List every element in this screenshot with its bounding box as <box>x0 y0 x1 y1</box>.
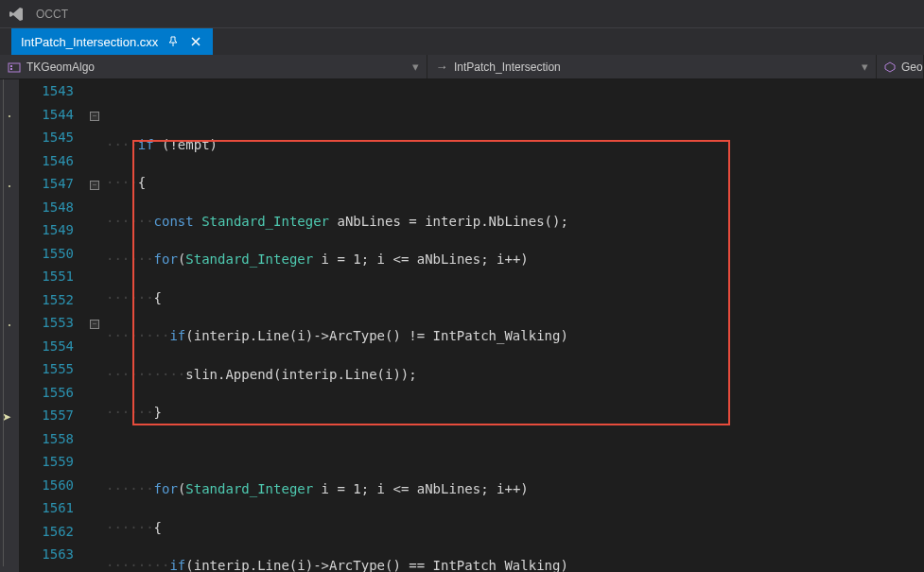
code-line: ······const Standard_Integer aNbLines = … <box>104 210 924 234</box>
nav-bar: TKGeomAlgo ▾ → IntPatch_Intersection ▾ G… <box>0 55 924 79</box>
fold-column: − − − <box>85 79 104 572</box>
line-numbers: 1543 1544 1545 1546 1547 1548 1549 1550 … <box>19 79 85 572</box>
line-number: 1545 <box>19 126 74 149</box>
line-number: 1557 <box>19 404 74 427</box>
window-title: OCCT <box>36 8 68 21</box>
code-content[interactable]: ····if (!empt) ····{ ······const Standar… <box>104 79 924 572</box>
line-number: 1562 <box>19 520 74 544</box>
line-number: 1559 <box>19 450 74 474</box>
fold-guide <box>3 79 4 566</box>
chevron-down-icon: ▾ <box>862 60 868 74</box>
code-line: ····{ <box>104 171 924 195</box>
line-number: 1561 <box>19 496 74 520</box>
line-number: 1563 <box>19 543 74 566</box>
nav-project-label: TKGeomAlgo <box>26 61 407 74</box>
nav-scope-dropdown[interactable]: → IntPatch_Intersection ▾ <box>427 55 877 78</box>
svg-rect-1 <box>10 65 12 67</box>
code-line: ······for(Standard_Integer i = 1; i <= a… <box>104 248 924 271</box>
line-number: 1551 <box>19 265 74 288</box>
svg-rect-2 <box>10 68 12 70</box>
line-number: 1558 <box>19 427 74 451</box>
fold-toggle[interactable]: − <box>90 181 99 190</box>
title-bar: OCCT <box>0 0 924 28</box>
code-line: ··········slin.Append(interip.Line(i)); <box>104 363 924 387</box>
nav-member-label: Geo <box>901 61 923 74</box>
code-line: ······for(Standard_Integer i = 1; i <= a… <box>104 477 924 501</box>
tab-strip: IntPatch_Intersection.cxx <box>0 28 924 55</box>
tab-label: IntPatch_Intersection.cxx <box>21 35 158 49</box>
line-number: 1560 <box>19 474 74 497</box>
line-number: 1547 <box>19 172 74 196</box>
tab-active[interactable]: IntPatch_Intersection.cxx <box>11 28 213 55</box>
code-line: ······{ <box>104 516 924 540</box>
arrow-right-icon: → <box>435 61 448 74</box>
line-number: 1556 <box>19 381 74 405</box>
nav-member-dropdown[interactable]: Geo <box>877 55 924 78</box>
line-number: 1553 <box>19 311 74 335</box>
close-icon[interactable] <box>188 34 203 49</box>
line-number: 1544 <box>19 103 74 127</box>
line-number: 1555 <box>19 357 74 381</box>
margin-dot <box>9 324 10 326</box>
margin-dot <box>9 115 10 117</box>
line-number: 1548 <box>19 196 74 219</box>
line-number: 1543 <box>19 79 74 103</box>
svg-rect-0 <box>9 63 20 72</box>
fold-toggle[interactable]: − <box>90 112 99 121</box>
code-line: ······} <box>104 401 924 425</box>
line-number: 1552 <box>19 288 74 312</box>
code-line: ······{ <box>104 286 924 310</box>
chevron-down-icon: ▾ <box>412 60 419 74</box>
fold-toggle[interactable]: − <box>90 320 99 329</box>
code-line: ····if (!empt) <box>104 133 924 157</box>
code-line: ········if(interip.Line(i)->ArcType() ==… <box>104 554 924 572</box>
pin-icon[interactable] <box>166 34 181 49</box>
vs-logo-icon <box>8 5 26 24</box>
code-line: ········if(interip.Line(i)->ArcType() !=… <box>104 324 924 348</box>
method-icon <box>884 61 896 74</box>
line-number: 1546 <box>19 149 74 173</box>
line-number: 1554 <box>19 335 74 358</box>
code-line <box>104 95 924 118</box>
code-line <box>104 440 924 463</box>
nav-project-dropdown[interactable]: TKGeomAlgo ▾ <box>0 55 427 78</box>
margin-dot <box>9 185 10 187</box>
line-number: 1550 <box>19 242 74 266</box>
nav-scope-label: IntPatch_Intersection <box>454 61 856 74</box>
line-number: 1549 <box>19 218 74 242</box>
editor[interactable]: ➤ 1543 1544 1545 1546 1547 1548 1549 155… <box>0 79 924 572</box>
project-icon <box>8 61 21 74</box>
